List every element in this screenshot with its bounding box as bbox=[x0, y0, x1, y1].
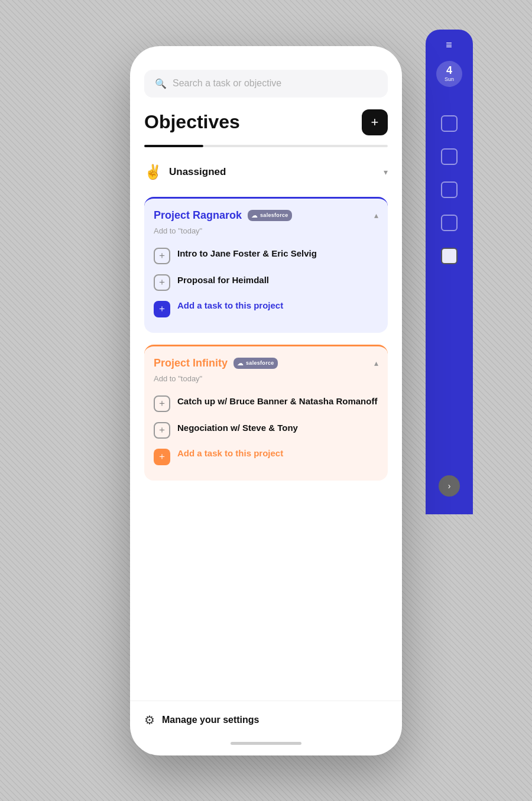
unassigned-left: ✌️ Unassigned bbox=[144, 164, 226, 180]
infinity-title-row: Project Infinity ☁ salesforce bbox=[154, 357, 278, 369]
infinity-card-header: Project Infinity ☁ salesforce ▴ bbox=[154, 357, 378, 369]
calendar-checkbox-3[interactable] bbox=[441, 181, 458, 198]
unassigned-section[interactable]: ✌️ Unassigned ▾ bbox=[144, 157, 388, 187]
infinity-cloud-icon: ☁ bbox=[237, 359, 244, 367]
calendar-checkbox-2[interactable] bbox=[441, 148, 458, 165]
tab-active-indicator[interactable] bbox=[144, 145, 203, 147]
infinity-add-today: Add to "today" bbox=[154, 374, 378, 383]
ragnarok-task-1-text: Intro to Jane Foster & Eric Selvig bbox=[177, 247, 317, 260]
task-plus-icon-2[interactable]: ＋ bbox=[154, 274, 170, 291]
side-calendar-panel: ≡ 4 Sun › bbox=[426, 30, 473, 514]
project-infinity-card: Project Infinity ☁ salesforce ▴ Add to "… bbox=[144, 345, 388, 481]
ragnarok-add-task-row[interactable]: ＋ Add a task to this project bbox=[154, 296, 378, 322]
project-ragnarok-card: Project Ragnarok ☁ salesforce ▴ Add to "… bbox=[144, 197, 388, 333]
infinity-task-1-text: Catch up w/ Bruce Banner & Natasha Roman… bbox=[177, 395, 377, 407]
infinity-add-task-icon[interactable]: ＋ bbox=[154, 449, 170, 465]
infinity-task-plus-icon-1[interactable]: ＋ bbox=[154, 395, 170, 412]
unassigned-chevron-icon: ▾ bbox=[384, 167, 388, 177]
infinity-collapse-icon[interactable]: ▴ bbox=[374, 358, 378, 368]
add-objective-button[interactable]: + bbox=[362, 109, 388, 135]
infinity-task-plus-icon-2[interactable]: ＋ bbox=[154, 422, 170, 439]
infinity-task-2-text: Negociation w/ Steve & Tony bbox=[177, 421, 298, 434]
calendar-checkbox-5[interactable] bbox=[441, 248, 458, 264]
ragnarok-title: Project Ragnarok bbox=[154, 209, 242, 222]
side-nav-button[interactable]: › bbox=[439, 475, 460, 497]
settings-icon: ⚙ bbox=[144, 713, 155, 727]
settings-footer[interactable]: ⚙ Manage your settings bbox=[130, 701, 402, 737]
tab-inactive-indicator[interactable] bbox=[203, 145, 388, 147]
ragnarok-add-task-icon[interactable]: ＋ bbox=[154, 301, 170, 317]
infinity-title: Project Infinity bbox=[154, 357, 228, 369]
phone-shell: 🔍 Search a task or objective Objectives … bbox=[130, 46, 402, 755]
ragnarok-task-1[interactable]: ＋ Intro to Jane Foster & Eric Selvig bbox=[154, 242, 378, 269]
calendar-checkbox-4[interactable] bbox=[441, 215, 458, 231]
content-area: ✌️ Unassigned ▾ Project Ragnarok ☁ sales… bbox=[130, 157, 402, 701]
page-header: Objectives + bbox=[130, 109, 402, 145]
salesforce-cloud-icon: ☁ bbox=[251, 212, 258, 219]
salesforce-label: salesforce bbox=[260, 212, 288, 218]
page-title: Objectives bbox=[144, 111, 240, 133]
tab-bar bbox=[130, 145, 402, 147]
ragnarok-add-today: Add to "today" bbox=[154, 226, 378, 235]
infinity-task-2[interactable]: ＋ Negociation w/ Steve & Tony bbox=[154, 417, 378, 443]
search-bar[interactable]: 🔍 Search a task or objective bbox=[144, 70, 388, 98]
task-plus-icon-1[interactable]: ＋ bbox=[154, 248, 170, 264]
unassigned-label: Unassigned bbox=[169, 166, 226, 178]
ragnarok-task-2-text: Proposal for Heimdall bbox=[177, 274, 269, 286]
ragnarok-add-task-label: Add a task to this project bbox=[177, 300, 283, 310]
infinity-add-task-row[interactable]: ＋ Add a task to this project bbox=[154, 443, 378, 470]
infinity-salesforce-badge: ☁ salesforce bbox=[233, 358, 278, 369]
hamburger-icon[interactable]: ≡ bbox=[446, 39, 453, 51]
unassigned-emoji: ✌️ bbox=[144, 164, 162, 180]
plus-icon: + bbox=[371, 115, 379, 130]
bottom-bar bbox=[130, 737, 402, 755]
calendar-date: 4 Sun bbox=[436, 61, 462, 87]
calendar-checkboxes bbox=[441, 115, 458, 264]
infinity-salesforce-label: salesforce bbox=[246, 360, 274, 366]
ragnarok-title-row: Project Ragnarok ☁ salesforce bbox=[154, 209, 292, 222]
ragnarok-collapse-icon[interactable]: ▴ bbox=[374, 210, 378, 220]
home-indicator bbox=[231, 742, 301, 745]
infinity-add-task-label: Add a task to this project bbox=[177, 448, 283, 458]
search-icon: 🔍 bbox=[155, 78, 167, 89]
settings-label: Manage your settings bbox=[162, 715, 259, 725]
ragnarok-salesforce-badge: ☁ salesforce bbox=[248, 210, 292, 221]
search-placeholder: Search a task or objective bbox=[173, 78, 281, 89]
ragnarok-card-header: Project Ragnarok ☁ salesforce ▴ bbox=[154, 209, 378, 222]
infinity-task-1[interactable]: ＋ Catch up w/ Bruce Banner & Natasha Rom… bbox=[154, 390, 378, 417]
ragnarok-task-2[interactable]: ＋ Proposal for Heimdall bbox=[154, 269, 378, 296]
calendar-checkbox-1[interactable] bbox=[441, 115, 458, 132]
